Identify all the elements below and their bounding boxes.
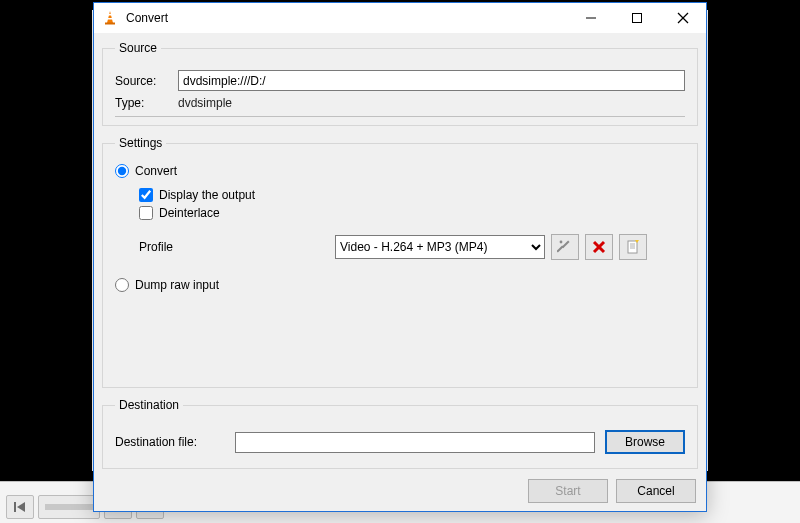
svg-rect-11 xyxy=(105,23,115,25)
display-output-checkbox[interactable]: Display the output xyxy=(139,188,685,202)
delete-profile-button[interactable] xyxy=(585,234,613,260)
svg-marker-8 xyxy=(107,11,113,23)
destination-file-label: Destination file: xyxy=(115,435,225,449)
type-label: Type: xyxy=(115,96,170,110)
destination-legend: Destination xyxy=(115,398,183,412)
settings-legend: Settings xyxy=(115,136,166,150)
bg-frame xyxy=(0,0,92,481)
svg-rect-17 xyxy=(557,245,564,252)
destination-group: Destination Destination file: Browse xyxy=(102,398,698,469)
svg-rect-0 xyxy=(14,502,16,512)
source-label: Source: xyxy=(115,74,170,88)
source-legend: Source xyxy=(115,41,161,55)
minimize-button[interactable] xyxy=(568,3,614,33)
svg-rect-2 xyxy=(45,504,93,510)
settings-group: Settings Convert Display the output Dein… xyxy=(102,136,698,388)
source-input[interactable] xyxy=(178,70,685,91)
deinterlace-label: Deinterlace xyxy=(159,206,220,220)
svg-point-18 xyxy=(560,241,563,244)
browse-button[interactable]: Browse xyxy=(605,430,685,454)
vlc-cone-icon xyxy=(102,10,118,26)
dump-radio-label: Dump raw input xyxy=(135,278,219,292)
destination-file-input[interactable] xyxy=(235,432,595,453)
svg-rect-21 xyxy=(628,241,637,253)
svg-rect-9 xyxy=(108,14,112,16)
new-profile-button[interactable] xyxy=(619,234,647,260)
profile-select[interactable]: Video - H.264 + MP3 (MP4) xyxy=(335,235,545,259)
player-prev-button[interactable] xyxy=(6,495,34,519)
svg-rect-13 xyxy=(633,14,642,23)
convert-radio-label: Convert xyxy=(135,164,177,178)
maximize-button[interactable] xyxy=(614,3,660,33)
convert-dialog: Convert Source Source: xyxy=(93,2,707,512)
convert-radio[interactable]: Convert xyxy=(115,164,685,178)
display-output-label: Display the output xyxy=(159,188,255,202)
svg-marker-1 xyxy=(17,502,25,512)
cancel-button[interactable]: Cancel xyxy=(616,479,696,503)
profile-label: Profile xyxy=(139,240,329,254)
deinterlace-checkbox[interactable]: Deinterlace xyxy=(139,206,685,220)
player-progress[interactable] xyxy=(38,495,100,519)
source-group: Source Source: Type: dvdsimple xyxy=(102,41,698,126)
start-button[interactable]: Start xyxy=(528,479,608,503)
titlebar: Convert xyxy=(94,3,706,33)
action-row: Start Cancel xyxy=(102,475,698,505)
bg-frame xyxy=(708,0,800,481)
dump-radio[interactable]: Dump raw input xyxy=(115,278,685,292)
window-title: Convert xyxy=(126,11,168,25)
type-value: dvdsimple xyxy=(178,96,232,110)
svg-rect-10 xyxy=(107,18,113,20)
close-button[interactable] xyxy=(660,3,706,33)
edit-profile-button[interactable] xyxy=(551,234,579,260)
